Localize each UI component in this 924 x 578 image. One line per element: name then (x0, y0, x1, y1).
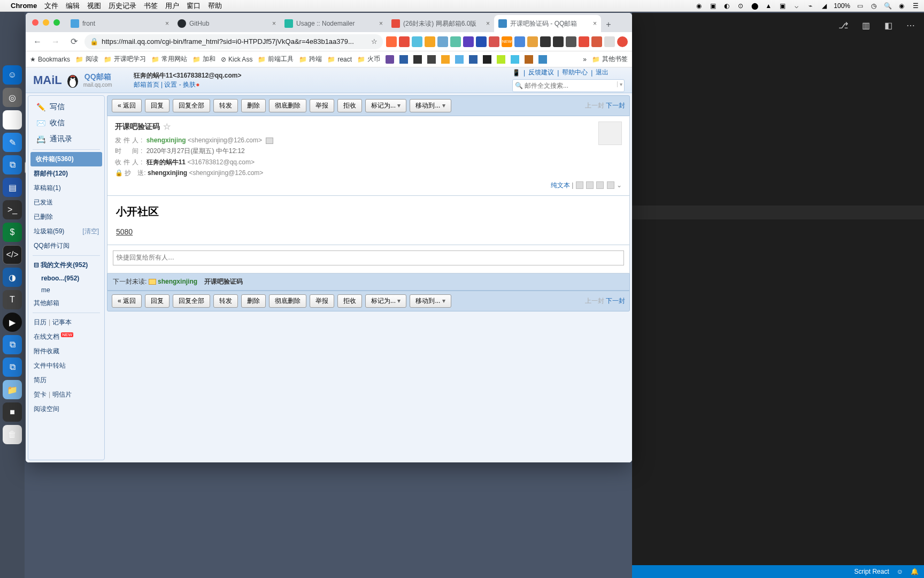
next-unread-bar[interactable]: 下一封未读: shengxinjing 开课吧验证码 (107, 273, 630, 291)
reply-button[interactable]: 回复 (145, 99, 170, 112)
bookmark-overflow[interactable]: » (583, 56, 587, 63)
dock-app[interactable]: $ (3, 223, 22, 242)
menu-history[interactable]: 历史记录 (109, 1, 136, 11)
ext-icon[interactable] (425, 36, 435, 47)
move-button[interactable]: 移动到... (410, 294, 451, 308)
receive-button[interactable]: ✉️收信 (28, 115, 104, 131)
from-name[interactable]: shengxinjing (147, 136, 186, 144)
bookmark-icon[interactable] (483, 55, 491, 64)
harddelete-button[interactable]: 彻底删除 (269, 99, 306, 112)
vscode-feedback-icon[interactable]: ☺ (897, 568, 903, 575)
sidebar-onlinedoc[interactable]: 在线文档 NEW (28, 330, 104, 344)
status-icon[interactable]: ◉ (695, 2, 703, 10)
search-dropdown-icon[interactable]: ▾ (617, 81, 622, 87)
action-icon[interactable] (586, 181, 594, 189)
window-minimize[interactable] (43, 19, 49, 26)
new-tab-button[interactable]: + (601, 17, 616, 32)
mail-search-input[interactable] (512, 79, 625, 92)
dock-folder[interactable]: 📁 (3, 380, 22, 399)
ext-icon[interactable] (604, 36, 615, 47)
ext-icon[interactable] (463, 36, 474, 47)
bookmark[interactable]: ★ Bookmarks (30, 56, 70, 63)
bookmark-icon[interactable] (427, 55, 436, 64)
volume-icon[interactable]: ◢ (820, 2, 828, 10)
dock-app[interactable]: </> (3, 245, 22, 264)
dock-app[interactable]: ■ (3, 402, 22, 422)
ext-icon[interactable] (489, 36, 499, 47)
delete-button[interactable]: 删除 (241, 99, 266, 112)
dock-app[interactable]: ◑ (3, 268, 22, 287)
action-icon[interactable] (576, 181, 583, 189)
ext-icon[interactable] (617, 36, 628, 47)
bookmark[interactable]: 📁前端工具 (258, 55, 294, 64)
to-name[interactable]: 狂奔的蜗牛11 (147, 158, 186, 166)
dock-app[interactable]: ⧉ (3, 335, 22, 354)
mobile-icon[interactable]: 📱 (512, 69, 520, 77)
tab-close-icon[interactable]: × (593, 20, 597, 27)
sidebar-resume[interactable]: 简历 (28, 373, 104, 387)
sidebar-readspace[interactable]: 阅读空间 (28, 402, 104, 416)
url-field[interactable]: 🔒 https://mail.qq.com/cgi-bin/frame_html… (84, 34, 383, 49)
forward-button[interactable]: 转发 (213, 99, 238, 112)
menu-user[interactable]: 用户 (165, 1, 179, 11)
star-icon[interactable]: ☆ (371, 37, 378, 45)
reply-button[interactable]: 回复 (145, 294, 170, 308)
subfolder-me[interactable]: me (28, 284, 104, 296)
cc-name[interactable]: shengxinjing (148, 169, 187, 177)
delete-button[interactable]: 删除 (241, 294, 266, 308)
bookmark-icon[interactable] (525, 55, 533, 64)
menu-file[interactable]: 文件 (44, 1, 58, 11)
dock-finder[interactable]: ☺ (3, 65, 22, 85)
dock-trash[interactable]: 🗑 (3, 425, 22, 444)
contact-card-icon[interactable] (266, 138, 273, 144)
dock-launchpad[interactable]: ◎ (3, 88, 22, 107)
bookmark[interactable]: 📁加和 (192, 55, 215, 64)
bookmark-icon[interactable] (441, 55, 450, 64)
tab-front[interactable]: front × (66, 15, 173, 32)
bookmark-icon[interactable] (497, 55, 505, 64)
status-icon[interactable]: ▲ (764, 2, 773, 10)
user-nav-links[interactable]: 邮箱首页 | 设置 - 换肤● (134, 80, 242, 89)
sidebar-filestation[interactable]: 文件中转站 (28, 359, 104, 373)
next-mail[interactable]: 下一封 (606, 297, 625, 305)
ext-icon[interactable] (591, 36, 602, 47)
expand-icon[interactable]: ⌄ (617, 181, 622, 189)
back-button[interactable]: 返回 (112, 99, 142, 112)
ext-icon[interactable] (579, 36, 589, 47)
vscode-bell-icon[interactable]: 🔔 (911, 568, 919, 575)
my-folders[interactable]: ⊟ 我的文件夹(952) (28, 258, 104, 272)
move-button[interactable]: 移动到... (410, 99, 451, 112)
nav-reload[interactable]: ⟳ (66, 34, 81, 49)
sidebar-calendar-notes[interactable]: 日历|记事本 (28, 315, 104, 330)
menu-bookmarks[interactable]: 书签 (144, 1, 158, 11)
status-icon[interactable]: ⊙ (736, 2, 745, 10)
vscode-source-control-icon[interactable]: ⎇ (837, 19, 849, 31)
menu-window[interactable]: 窗口 (187, 1, 201, 11)
ext-icon[interactable] (386, 36, 397, 47)
bookmark-icon[interactable] (399, 55, 408, 64)
clock-icon[interactable]: ◷ (869, 2, 878, 10)
status-icon[interactable]: ⬤ (750, 2, 759, 10)
bookmark-icon[interactable] (413, 55, 422, 64)
subfolder-reboo[interactable]: reboo...(952) (28, 272, 104, 284)
replyall-button[interactable]: 回复全部 (173, 99, 210, 112)
folder-spam[interactable]: 垃圾箱(59)[清空] (28, 224, 104, 239)
other-bookmarks[interactable]: 📁其他书签 (592, 55, 628, 64)
dock-app[interactable]: ⧉ (3, 358, 22, 377)
ext-icon[interactable] (540, 36, 551, 47)
reject-button[interactable]: 拒收 (337, 294, 362, 308)
nav-forward[interactable]: → (48, 34, 63, 49)
menu-view[interactable]: 视图 (87, 1, 101, 11)
report-button[interactable]: 举报 (310, 99, 334, 112)
bookmark[interactable]: 📁火币 (357, 55, 380, 64)
bookmark[interactable]: 📁react (327, 56, 352, 63)
spam-clear[interactable]: [清空] (82, 227, 99, 236)
folder-deleted[interactable]: 已删除 (28, 210, 104, 224)
action-icon[interactable] (596, 181, 604, 189)
mail-logo[interactable]: MAiL QQ邮箱 mail.qq.com (33, 72, 112, 89)
folder-inbox[interactable]: 收件箱(5360) (30, 152, 102, 166)
replyall-button[interactable]: 回复全部 (173, 294, 210, 308)
bluetooth-icon[interactable]: ⌵ (792, 2, 800, 10)
sender-avatar[interactable] (598, 121, 622, 145)
ext-icon[interactable] (450, 36, 461, 47)
